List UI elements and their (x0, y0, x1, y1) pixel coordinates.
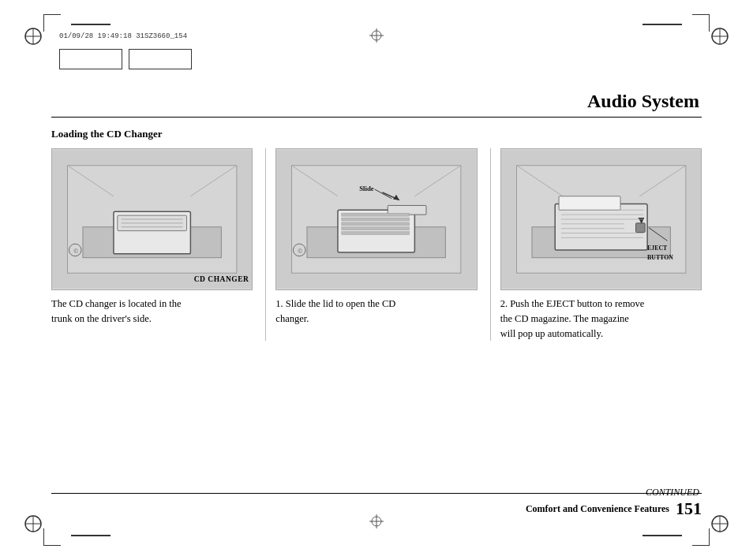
column-1: © CD CHANGER The CD changer is located i… (51, 148, 265, 341)
page-number: 151 (676, 498, 702, 519)
header-line-left (71, 24, 111, 25)
svg-text:©: © (298, 248, 303, 255)
bracket-br (692, 525, 710, 546)
columns-container: © CD CHANGER The CD changer is located i… (51, 148, 702, 341)
header-box-1 (59, 49, 122, 69)
footer-line-left (71, 535, 111, 536)
page-title: Audio System (587, 91, 699, 112)
crosshair-top (369, 28, 384, 46)
col3-body: 2. Push the EJECT button to remove the C… (500, 297, 702, 341)
col2-body: 1. Slide the lid to open the CD changer. (275, 297, 477, 327)
svg-rect-54 (559, 196, 620, 211)
header-line-right (642, 24, 682, 25)
svg-rect-55 (635, 223, 645, 233)
bracket-bl (43, 525, 61, 546)
svg-rect-44 (342, 227, 410, 230)
svg-rect-53 (555, 204, 647, 250)
bracket-tr (692, 14, 710, 35)
footer-text: Comfort and Convenience Features (526, 503, 669, 515)
svg-text:EJECT: EJECT (647, 245, 668, 252)
page-footer: Comfort and Convenience Features 151 (51, 493, 702, 519)
svg-rect-45 (342, 232, 410, 235)
svg-rect-41 (342, 213, 410, 216)
column-2: Slide © 1. Slide the lid to open the CD … (266, 148, 489, 341)
illustration-3: EJECT BUTTON (500, 148, 702, 290)
registration-mark-tl (22, 25, 44, 47)
svg-rect-43 (342, 222, 410, 226)
svg-rect-42 (342, 218, 410, 221)
header-boxes (59, 49, 192, 69)
svg-text:BUTTON: BUTTON (647, 254, 673, 261)
header-box-2 (129, 49, 192, 69)
column-3: EJECT BUTTON 2. Push the EJECT button to… (491, 148, 702, 341)
section-heading: Loading the CD Changer (51, 128, 702, 140)
col1-body: The CD changer is located in the trunk o… (51, 297, 253, 327)
illustration-1: © CD CHANGER (51, 148, 253, 290)
title-rule (51, 117, 702, 118)
registration-mark-bl (22, 513, 44, 535)
timestamp: 01/09/28 19:49:18 31SZ3660_154 (59, 28, 187, 41)
svg-text:©: © (73, 248, 78, 255)
registration-mark-tr (709, 25, 731, 47)
registration-mark-br (709, 513, 731, 535)
main-content: Loading the CD Changer (51, 128, 702, 481)
bracket-tl (43, 14, 61, 35)
illustration-2: Slide © (275, 148, 477, 290)
footer-line-right (642, 535, 682, 536)
svg-text:Slide: Slide (360, 185, 375, 192)
cd-changer-label: CD CHANGER (194, 275, 249, 283)
